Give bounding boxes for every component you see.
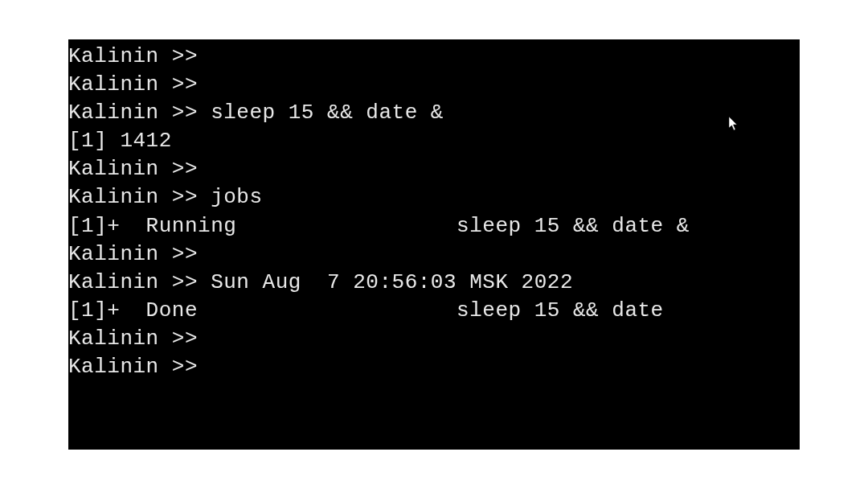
- terminal-line: Kalinin >> jobs: [68, 183, 800, 212]
- terminal-line: [1]+ Running sleep 15 && date &: [68, 212, 800, 240]
- terminal-line: Kalinin >>: [68, 353, 800, 381]
- terminal-line: Kalinin >> Sun Aug 7 20:56:03 MSK 2022: [68, 269, 800, 297]
- terminal-window[interactable]: Kalinin >> Kalinin >> Kalinin >> sleep 1…: [68, 39, 800, 450]
- terminal-line: Kalinin >>: [68, 43, 800, 71]
- terminal-line: Kalinin >>: [68, 240, 800, 269]
- terminal-line: Kalinin >>: [68, 325, 800, 353]
- terminal-line: Kalinin >> sleep 15 && date &: [68, 99, 800, 127]
- terminal-line: [1] 1412: [68, 127, 800, 155]
- terminal-line: [1]+ Done sleep 15 && date: [68, 297, 800, 325]
- terminal-line: Kalinin >>: [68, 71, 800, 99]
- terminal-line: Kalinin >>: [68, 155, 800, 183]
